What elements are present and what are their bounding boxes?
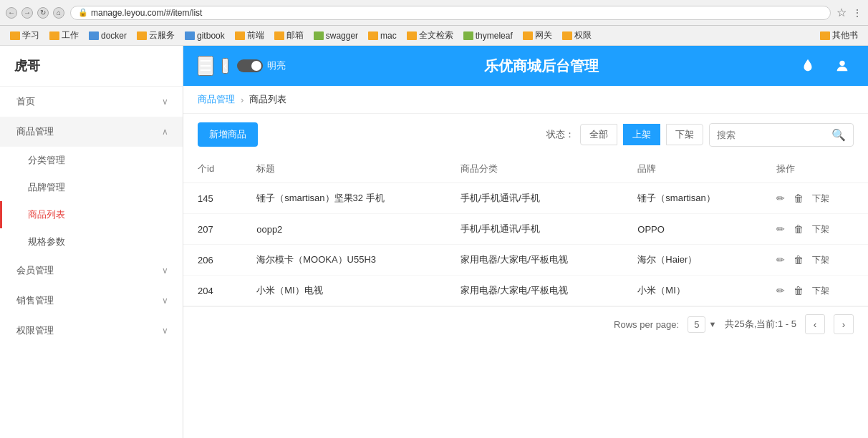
sidebar-menu: 首页 ∨ 商品管理 ∧ 分类管理 品牌管理 商品列表 规格参数 会员管理 ∨ (0, 87, 183, 438)
bookmark-item[interactable]: swagger (309, 29, 362, 42)
back-button[interactable]: ‹ (222, 58, 228, 74)
folder-icon (10, 31, 20, 40)
bookmark-item[interactable]: 前端 (231, 28, 269, 43)
cell-category: 家用电器/大家电/平板电视 (446, 276, 624, 306)
bookmark-item[interactable]: thymeleaf (459, 29, 517, 42)
back-browser-btn[interactable]: ← (6, 7, 17, 19)
edit-icon[interactable]: ✏ (776, 254, 785, 266)
bookmark-item[interactable]: 全文检索 (402, 28, 458, 43)
address-bar[interactable]: 🔒 manage.leyou.com/#/item/list (70, 6, 831, 20)
theme-icon-btn[interactable] (796, 54, 819, 77)
cell-title: 锤子（smartisan）坚果32 手机 (242, 183, 445, 214)
breadcrumb-parent[interactable]: 商品管理 (198, 93, 235, 106)
sidebar-item-goods-mgmt[interactable]: 商品管理 ∧ (0, 117, 183, 147)
sidebar-item-member-mgmt[interactable]: 会员管理 ∨ (0, 256, 183, 286)
status-label: 状态： (546, 128, 574, 141)
bookmark-item[interactable]: 云服务 (132, 28, 179, 43)
sidebar-item-category-label: 分类管理 (28, 155, 65, 165)
sidebar-item-goods-list-label: 商品列表 (28, 209, 65, 220)
cell-brand: 锤子（smartisan） (623, 183, 761, 214)
cell-id: 206 (183, 245, 242, 276)
folder-icon (368, 31, 378, 40)
chevron-down-icon: ∨ (162, 97, 168, 107)
status-all-button[interactable]: 全部 (580, 124, 617, 145)
shelf-action-btn[interactable]: 下架 (812, 254, 829, 266)
edit-icon[interactable]: ✏ (776, 193, 785, 204)
cell-category: 手机/手机通讯/手机 (446, 183, 624, 214)
folder-icon (523, 31, 533, 40)
bookmark-item[interactable]: 学习 (6, 28, 44, 43)
main-content: ☰ ‹ 明亮 乐优商城后台管理 商品管理 › (183, 46, 868, 438)
cell-actions: ✏ 🗑 下架 (762, 214, 868, 245)
sidebar-item-home[interactable]: 首页 ∨ (0, 87, 183, 117)
next-page-button[interactable]: › (834, 314, 854, 334)
bookmark-other[interactable]: 其他书 (816, 28, 862, 43)
star-icon[interactable]: ☆ (836, 6, 847, 19)
action-btns: ✏ 🗑 下架 (776, 254, 854, 266)
cell-id: 145 (183, 183, 242, 214)
hamburger-button[interactable]: ☰ (198, 56, 213, 76)
bookmark-item[interactable]: docker (85, 29, 131, 42)
prev-page-button[interactable]: ‹ (805, 314, 825, 334)
cell-brand: OPPO (623, 214, 761, 245)
col-action: 操作 (762, 155, 868, 183)
bookmark-item[interactable]: gitbook (180, 29, 229, 42)
shelf-action-btn[interactable]: 下架 (812, 285, 829, 297)
menu-icon[interactable]: ⋮ (852, 7, 862, 19)
status-offsale-button[interactable]: 下架 (666, 124, 703, 145)
delete-icon[interactable]: 🗑 (794, 285, 804, 296)
folder-icon (89, 31, 99, 40)
table-row: 206 海尔模卡（MOOKA）U55H3 家用电器/大家电/平板电视 海尔（Ha… (183, 245, 868, 276)
edit-icon[interactable]: ✏ (776, 285, 785, 296)
header-title: 乐优商城后台管理 (297, 57, 785, 76)
per-page-arrow-icon[interactable]: ▼ (708, 320, 716, 328)
bookmark-item[interactable]: 工作 (45, 28, 83, 43)
home-browser-btn[interactable]: ⌂ (53, 7, 64, 19)
shelf-action-btn[interactable]: 下架 (812, 193, 829, 205)
search-button[interactable]: 🔍 (824, 124, 853, 146)
folder-icon (137, 31, 147, 40)
sidebar: 虎哥 首页 ∨ 商品管理 ∧ 分类管理 品牌管理 商品列表 规格参数 (0, 46, 183, 438)
sidebar-item-goods-list[interactable]: 商品列表 (0, 201, 183, 228)
sidebar-item-sales-mgmt[interactable]: 销售管理 ∨ (0, 286, 183, 316)
bookmark-item[interactable]: 权限 (558, 28, 596, 43)
user-avatar-btn[interactable] (831, 54, 854, 77)
sidebar-item-spec-params[interactable]: 规格参数 (0, 228, 183, 256)
sidebar-item-category-mgmt[interactable]: 分类管理 (0, 147, 183, 174)
sidebar-item-auth-mgmt[interactable]: 权限管理 ∨ (0, 316, 183, 346)
cell-category: 手机/手机通讯/手机 (446, 214, 624, 245)
bookmarks-bar: 学习 工作 docker 云服务 gitbook 前端 邮箱 swagger m… (0, 26, 868, 46)
bookmark-item[interactable]: 网关 (519, 28, 556, 43)
add-goods-button[interactable]: 新增商品 (198, 122, 258, 147)
cell-title: 海尔模卡（MOOKA）U55H3 (242, 245, 445, 276)
forward-browser-btn[interactable]: → (21, 7, 33, 19)
water-drop-icon (800, 58, 816, 74)
edit-icon[interactable]: ✏ (776, 223, 785, 235)
browser-bar: ← → ↻ ⌂ 🔒 manage.leyou.com/#/item/list ☆… (0, 0, 868, 26)
shelf-action-btn[interactable]: 下架 (812, 223, 829, 235)
theme-toggle-switch[interactable] (237, 59, 263, 72)
delete-icon[interactable]: 🗑 (794, 193, 804, 204)
bookmark-item[interactable]: mac (364, 29, 401, 42)
chevron-up-icon: ∧ (162, 127, 168, 137)
breadcrumb-separator: › (241, 94, 243, 105)
folder-icon (407, 31, 417, 40)
status-onsale-button[interactable]: 上架 (623, 124, 660, 145)
folder-icon (274, 31, 284, 40)
delete-icon[interactable]: 🗑 (794, 223, 804, 235)
lock-icon: 🔒 (78, 8, 88, 17)
delete-icon[interactable]: 🗑 (794, 254, 804, 266)
sidebar-item-goods-mgmt-label: 商品管理 (16, 125, 54, 138)
theme-label: 明亮 (267, 59, 286, 72)
header-icons (796, 54, 854, 77)
refresh-browser-btn[interactable]: ↻ (37, 7, 49, 19)
status-group: 状态： 全部 上架 下架 🔍 (546, 123, 854, 147)
chevron-down-icon: ∨ (162, 296, 168, 306)
chevron-down-icon: ∨ (162, 266, 168, 276)
per-page-select[interactable]: 5 ▼ (688, 316, 716, 333)
sidebar-item-brand-mgmt[interactable]: 品牌管理 (0, 174, 183, 201)
app-container: 虎哥 首页 ∨ 商品管理 ∧ 分类管理 品牌管理 商品列表 规格参数 (0, 46, 868, 438)
cell-title: oopp2 (242, 214, 445, 245)
search-input[interactable] (710, 125, 824, 145)
bookmark-item[interactable]: 邮箱 (270, 28, 308, 43)
